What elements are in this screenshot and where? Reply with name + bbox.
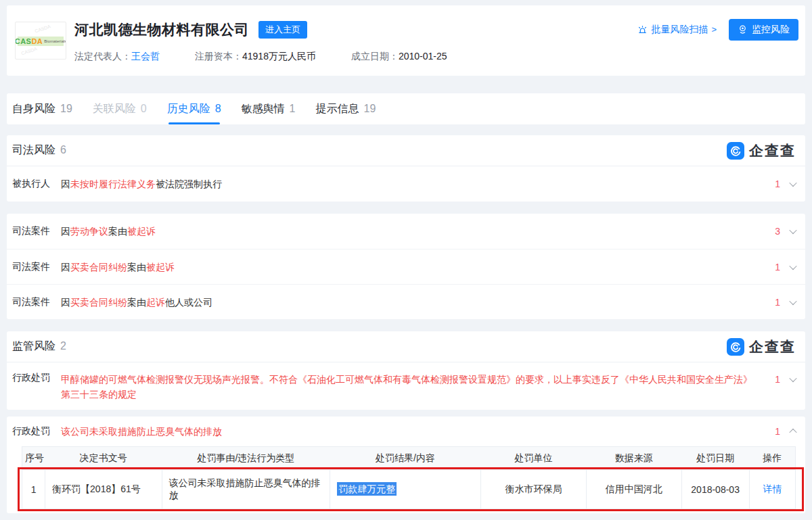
chevron-up-icon[interactable] — [789, 429, 796, 436]
detail-link[interactable]: 详情 — [763, 483, 782, 494]
risk-row-lawsuit-contract-defendant[interactable]: 司法案件 因买卖合同纠纷案由被起诉 1 — [7, 249, 805, 284]
logo-text-da: DA — [31, 37, 43, 45]
section-count: 6 — [60, 144, 66, 156]
qcc-logo-icon — [727, 142, 744, 160]
row-count: 1 — [775, 426, 780, 437]
tab-history-risk[interactable]: 历史风险8 — [167, 93, 221, 124]
row-count: 1 — [775, 297, 780, 308]
webcam-icon — [738, 24, 748, 34]
chevron-down-icon[interactable] — [789, 297, 796, 304]
regulatory-risk-section: 监管风险2 企查查 行政处罚 甲醇储罐的可燃气体检测报警仪无现场声光报警。不符合… — [7, 331, 805, 410]
judicial-case-group: 司法案件 因劳动争议案由被起诉 3 司法案件 因买卖合同纠纷案由被起诉 1 司法… — [7, 214, 805, 319]
section-count: 2 — [60, 340, 66, 352]
legal-representative-field: 法定代表人：王会哲 — [74, 51, 160, 63]
chevron-down-icon[interactable] — [789, 262, 796, 269]
col-source: 数据来源 — [587, 447, 681, 470]
qcc-logo-icon — [727, 338, 744, 356]
selected-text: 罚款肆万元整 — [337, 482, 397, 496]
company-header-card: CASDA CASDA CASDA Biomaterials 河北凯德生物材料有… — [7, 5, 805, 76]
qcc-brand-text: 企查查 — [749, 337, 796, 356]
penalty-table-row: 1 衡环罚【2018】61号 该公司未采取措施防止恶臭气体的排放 罚款肆万元整 … — [22, 470, 796, 509]
qcc-brand-text: 企查查 — [749, 141, 796, 160]
tab-notice-info[interactable]: 提示信息19 — [316, 93, 376, 124]
risk-row-admin-penalty-odor[interactable]: 行政处罚 该公司未采取措施防止恶臭气体的排放 1 — [7, 417, 805, 446]
risk-row-lawsuit-labor[interactable]: 司法案件 因劳动争议案由被起诉 3 — [7, 214, 805, 249]
col-date: 处罚日期 — [681, 447, 749, 470]
penalty-table: 序号 决定书文号 处罚事由/违法行为类型 处罚结果/内容 处罚单位 数据来源 处… — [22, 446, 796, 509]
section-title: 司法风险6 — [12, 143, 66, 158]
risk-row-executed-person[interactable]: 被执行人 因未按时履行法律义务被法院强制执行 1 — [7, 166, 805, 202]
penalty-table-header-row: 序号 决定书文号 处罚事由/违法行为类型 处罚结果/内容 处罚单位 数据来源 处… — [22, 447, 796, 470]
cell-index: 1 — [22, 470, 45, 509]
col-index: 序号 — [22, 447, 45, 470]
logo-text-cas: CAS — [15, 37, 31, 45]
qcc-brand: 企查查 — [727, 141, 796, 160]
chevron-down-icon[interactable] — [789, 179, 796, 187]
chevron-down-icon[interactable] — [789, 227, 796, 234]
cell-reason: 该公司未采取措施防止恶臭气体的排放 — [162, 470, 330, 509]
risk-row-lawsuit-contract-plaintiff[interactable]: 司法案件 因买卖合同纠纷案由起诉他人或公司 1 — [7, 284, 805, 319]
logo-subtext: Biomaterials — [44, 39, 66, 43]
cell-date: 2018-08-03 — [681, 470, 749, 509]
batch-risk-scan-label: 批量风险扫描 — [651, 24, 708, 36]
tab-self-risk[interactable]: 自身风险19 — [12, 93, 72, 124]
company-name: 河北凯德生物材料有限公司 — [74, 20, 249, 39]
risk-row-admin-penalty-gas[interactable]: 行政处罚 甲醇储罐的可燃气体检测报警仪无现场声光报警。不符合《石油化工可燃气体和… — [7, 362, 805, 410]
legal-representative-link[interactable]: 王会哲 — [131, 51, 160, 62]
cell-result: 罚款肆万元整 — [330, 470, 481, 509]
monitor-risk-button[interactable]: 监控风险 — [729, 19, 798, 41]
regulatory-penalty-expanded: 行政处罚 该公司未采取措施防止恶臭气体的排放 1 序号 决定书文号 处罚事由/违… — [7, 417, 805, 513]
alarm-icon — [637, 24, 648, 34]
section-title: 监管风险2 — [12, 339, 66, 354]
cell-source: 信用中国河北 — [587, 470, 681, 509]
tab-related-risk[interactable]: 关联风险0 — [93, 93, 147, 124]
row-count: 1 — [775, 374, 780, 385]
col-action: 操作 — [749, 447, 795, 470]
judicial-risk-section: 司法风险6 企查查 被执行人 因未按时履行法律义务被法院强制执行 1 — [7, 135, 805, 202]
chevron-down-icon[interactable] — [789, 375, 796, 382]
row-count: 1 — [775, 179, 780, 189]
penalty-table-wrap: 序号 决定书文号 处罚事由/违法行为类型 处罚结果/内容 处罚单位 数据来源 处… — [22, 446, 796, 509]
qcc-brand: 企查查 — [727, 337, 796, 356]
monitor-risk-label: 监控风险 — [752, 24, 790, 36]
enter-homepage-button[interactable]: 进入主页 — [258, 21, 307, 39]
row-count: 1 — [775, 262, 780, 273]
regulatory-section-header: 监管风险2 企查查 — [7, 331, 805, 362]
col-doc-no: 决定书文号 — [45, 447, 162, 470]
cell-unit: 衡水市环保局 — [480, 470, 586, 509]
col-reason: 处罚事由/违法行为类型 — [162, 447, 330, 470]
arrow-right-icon: > — [711, 24, 717, 34]
col-result: 处罚结果/内容 — [330, 447, 481, 470]
row-count: 3 — [775, 226, 780, 237]
batch-risk-scan-link[interactable]: 批量风险扫描 > — [637, 24, 717, 36]
tab-sensitive-sentiment[interactable]: 敏感舆情1 — [242, 93, 296, 124]
registered-capital-field: 注册资本：41918万元人民币 — [195, 51, 316, 63]
company-logo: CASDA CASDA CASDA Biomaterials — [15, 22, 66, 60]
col-unit: 处罚单位 — [480, 447, 586, 470]
cell-action: 详情 — [749, 470, 795, 509]
judicial-section-header: 司法风险6 企查查 — [7, 135, 805, 166]
cell-doc-no: 衡环罚【2018】61号 — [45, 470, 162, 509]
risk-tabbar: 自身风险19 关联风险0 历史风险8 敏感舆情1 提示信息19 — [7, 93, 805, 124]
establish-date-field: 成立日期：2010-01-25 — [351, 51, 447, 63]
